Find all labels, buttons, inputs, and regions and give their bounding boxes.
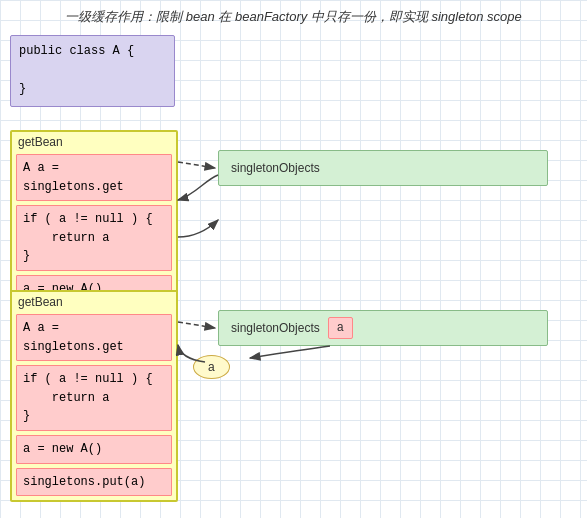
arrow-getbean2-to-singleton2 bbox=[178, 322, 215, 328]
arrow-put-to-singleton1 bbox=[178, 220, 218, 237]
arrow-singleton2-to-oval bbox=[250, 346, 330, 358]
a-oval: a bbox=[193, 355, 230, 379]
code-line: if ( a != null ) { bbox=[23, 370, 165, 389]
code-line: } bbox=[23, 407, 165, 426]
class-a-line1: public class A { bbox=[19, 42, 166, 61]
a-badge: a bbox=[328, 317, 353, 339]
class-a-box: public class A { } bbox=[10, 35, 175, 107]
getbean-2-title: getBean bbox=[12, 292, 176, 312]
code-line: } bbox=[23, 247, 165, 266]
getbean-box-2: getBean A a = singletons.get if ( a != n… bbox=[10, 290, 178, 502]
arrow-getbean1-to-singleton1 bbox=[178, 162, 215, 168]
code-line: singletons.put(a) bbox=[23, 473, 165, 492]
code-line: return a bbox=[23, 389, 165, 408]
getbean-2-block4: singletons.put(a) bbox=[16, 468, 172, 497]
getbean-2-block1: A a = singletons.get bbox=[16, 314, 172, 361]
code-line: return a bbox=[23, 229, 165, 248]
getbean-1-title: getBean bbox=[12, 132, 176, 152]
getbean-1-block2: if ( a != null ) { return a } bbox=[16, 205, 172, 271]
class-a-line3: } bbox=[19, 80, 166, 99]
singleton-2-label: singletonObjects bbox=[231, 321, 320, 335]
page-title: 一级缓存作用：限制 bean 在 beanFactory 中只存一份，即实现 s… bbox=[0, 0, 587, 32]
arrow-singleton1-back bbox=[178, 175, 218, 200]
getbean-1-block1: A a = singletons.get bbox=[16, 154, 172, 201]
title-text: 一级缓存作用：限制 bean 在 beanFactory 中只存一份，即实现 s… bbox=[65, 9, 522, 24]
getbean-2-block2: if ( a != null ) { return a } bbox=[16, 365, 172, 431]
oval-label: a bbox=[208, 360, 215, 374]
code-line: a = new A() bbox=[23, 440, 165, 459]
code-line: A a = singletons.get bbox=[23, 319, 165, 356]
code-line: if ( a != null ) { bbox=[23, 210, 165, 229]
getbean-2-block3: a = new A() bbox=[16, 435, 172, 464]
class-a-line2 bbox=[19, 61, 166, 80]
singleton-1-label: singletonObjects bbox=[231, 161, 320, 175]
singleton-box-2: singletonObjects a bbox=[218, 310, 548, 346]
singleton-box-1: singletonObjects bbox=[218, 150, 548, 186]
code-line: A a = singletons.get bbox=[23, 159, 165, 196]
